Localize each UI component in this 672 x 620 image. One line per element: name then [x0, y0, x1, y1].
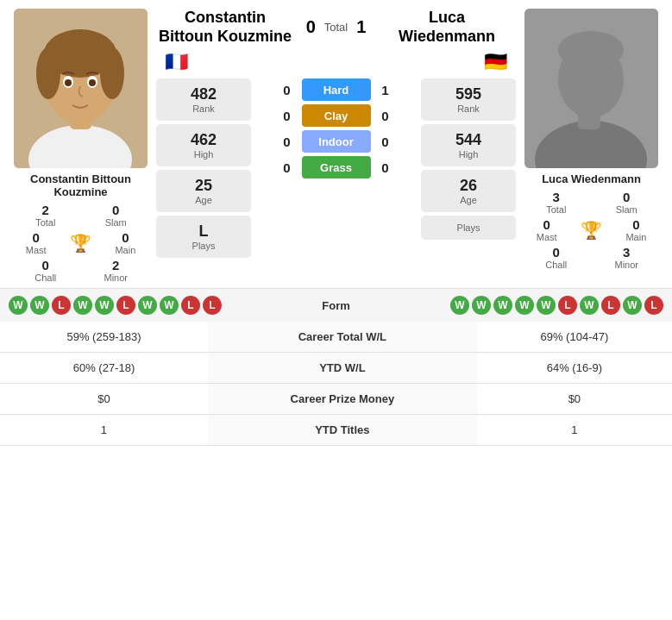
form-badge-l: L: [181, 296, 200, 315]
left-ytd-wl: 60% (27-18): [0, 353, 208, 384]
form-badge-w: W: [537, 296, 556, 315]
ytd-titles-label: YTD Titles: [208, 415, 477, 446]
form-badge-w: W: [160, 296, 179, 315]
right-chall-stat: 0 Chall: [524, 245, 588, 270]
score-display: 0 Total 1: [306, 17, 367, 37]
right-age-box: 26 Age: [421, 170, 516, 212]
form-badge-w: W: [9, 296, 28, 315]
right-rank-box: 595 Rank: [421, 78, 516, 121]
left-plays-box: L Plays: [156, 216, 251, 258]
total-score-label: Total: [324, 21, 348, 34]
hard-badge: Hard: [302, 78, 371, 101]
trophy-icon-left: 🏆: [70, 233, 91, 254]
player-right-panel: Luca Wiedenmann 3 Total 0 Slam 0 Mast 🏆: [516, 9, 667, 283]
form-badge-w: W: [472, 296, 491, 315]
left-rank-box: 482 Rank: [156, 78, 251, 121]
left-slam-stat: 0 Slam: [85, 203, 148, 228]
form-badge-w: W: [623, 296, 642, 315]
player-right-stats: 3 Total 0 Slam: [524, 190, 658, 215]
right-career-wl: 69% (104-47): [477, 322, 672, 353]
form-badge-l: L: [116, 296, 135, 315]
ytd-wl-label: YTD W/L: [208, 353, 477, 384]
player-left-panel: Constantin Bittoun Kouzmine 2 Total 0 Sl…: [5, 9, 156, 283]
svg-point-9: [65, 79, 72, 86]
court-indoor-row: 0 Indoor 0: [256, 130, 416, 153]
left-form-badges: WWLWWLWWLL: [9, 296, 222, 315]
right-slam-stat: 0 Slam: [595, 190, 659, 215]
form-badge-w: W: [450, 296, 469, 315]
clay-badge: Clay: [302, 104, 371, 127]
left-total-score: 0: [306, 17, 316, 37]
ytd-wl-row: 60% (27-18) YTD W/L 64% (16-9): [0, 353, 672, 384]
right-form-badges: WWWWWLWLWL: [450, 296, 663, 315]
svg-point-10: [89, 79, 96, 86]
left-player-header-name: Constantin Bittoun Kouzmine: [156, 9, 294, 46]
player-left-photo: [14, 9, 148, 168]
court-types-col: 0 Hard 1 0 Clay 0 0 Indoor 0: [256, 78, 416, 258]
player-right-name: Luca Wiedenmann: [542, 172, 641, 185]
form-badge-l: L: [644, 296, 663, 315]
right-minor-stat: 3 Minor: [595, 245, 659, 270]
right-ytd-wl: 64% (16-9): [477, 353, 672, 384]
form-badge-w: W: [515, 296, 534, 315]
left-ytd-titles: 1: [0, 415, 208, 446]
right-plays-box: Plays: [421, 216, 516, 240]
right-flag: 🇩🇪: [484, 51, 507, 73]
left-flag: 🇫🇷: [165, 51, 188, 73]
court-hard-row: 0 Hard 1: [256, 78, 416, 101]
ytd-titles-row: 1 YTD Titles 1: [0, 415, 672, 446]
player-right-photo: [524, 9, 658, 168]
form-badge-w: W: [580, 296, 599, 315]
right-prize: $0: [477, 384, 672, 415]
left-bottom-stats: 0 Chall 2 Minor: [14, 258, 148, 283]
right-mast-stat: 0 Mast: [537, 217, 557, 242]
names-scores-row: Constantin Bittoun Kouzmine 0 Total 1 Lu…: [156, 9, 516, 46]
form-badge-w: W: [30, 296, 49, 315]
left-prize: $0: [0, 384, 208, 415]
right-ytd-titles: 1: [477, 415, 672, 446]
center-right-col: 595 Rank 544 High 26 Age Plays: [421, 78, 516, 258]
left-total-stat: 2 Total: [14, 203, 78, 228]
upper-area: Constantin Bittoun Kouzmine 2 Total 0 Sl…: [0, 0, 672, 288]
total-score-center: 0 Total 1: [306, 17, 367, 37]
left-career-wl: 59% (259-183): [0, 322, 208, 353]
grass-badge: Grass: [302, 156, 371, 178]
form-badge-l: L: [52, 296, 71, 315]
right-main-stat: 0 Main: [625, 217, 646, 242]
career-wl-row: 59% (259-183) Career Total W/L 69% (104-…: [0, 322, 672, 353]
prize-label: Career Prize Money: [208, 384, 477, 415]
left-chall-stat: 0 Chall: [14, 258, 78, 283]
trophy-icon-right: 🏆: [581, 220, 602, 241]
right-bottom-stats: 0 Chall 3 Minor: [524, 245, 658, 270]
stats-table: 59% (259-183) Career Total W/L 69% (104-…: [0, 322, 672, 446]
left-main-stat: 0 Main: [115, 230, 135, 255]
form-badge-l: L: [558, 296, 577, 315]
left-minor-stat: 2 Minor: [85, 258, 148, 283]
prize-row: $0 Career Prize Money $0: [0, 384, 672, 415]
form-badge-l: L: [203, 296, 222, 315]
svg-point-15: [558, 31, 624, 69]
form-badge-l: L: [601, 296, 620, 315]
form-label: Form: [322, 299, 350, 312]
left-age-box: 25 Age: [156, 170, 251, 212]
form-badge-w: W: [138, 296, 157, 315]
right-total-stat: 3 Total: [524, 190, 588, 215]
career-wl-label: Career Total W/L: [208, 322, 477, 353]
left-high-box: 462 High: [156, 124, 251, 166]
right-player-header-name: Luca Wiedenmann: [378, 9, 516, 46]
form-badge-w: W: [493, 296, 512, 315]
court-clay-row: 0 Clay 0: [256, 104, 416, 127]
indoor-badge: Indoor: [302, 130, 371, 153]
left-mast-stat: 0 Mast: [26, 230, 47, 255]
form-badge-w: W: [73, 296, 92, 315]
flags-row: 🇫🇷 🇩🇪: [156, 51, 516, 73]
svg-point-6: [100, 47, 124, 99]
form-badge-w: W: [95, 296, 114, 315]
right-high-box: 544 High: [421, 124, 516, 166]
center-section: Constantin Bittoun Kouzmine 0 Total 1 Lu…: [156, 9, 516, 283]
center-left-col: 482 Rank 462 High 25 Age L Plays: [156, 78, 251, 258]
form-section: WWLWWLWWLL Form WWWWWLWLWL: [0, 288, 672, 322]
player-left-stats: 2 Total 0 Slam: [14, 203, 148, 228]
right-total-score: 1: [356, 17, 366, 37]
center-stats-layout: 482 Rank 462 High 25 Age L Plays: [156, 78, 516, 258]
